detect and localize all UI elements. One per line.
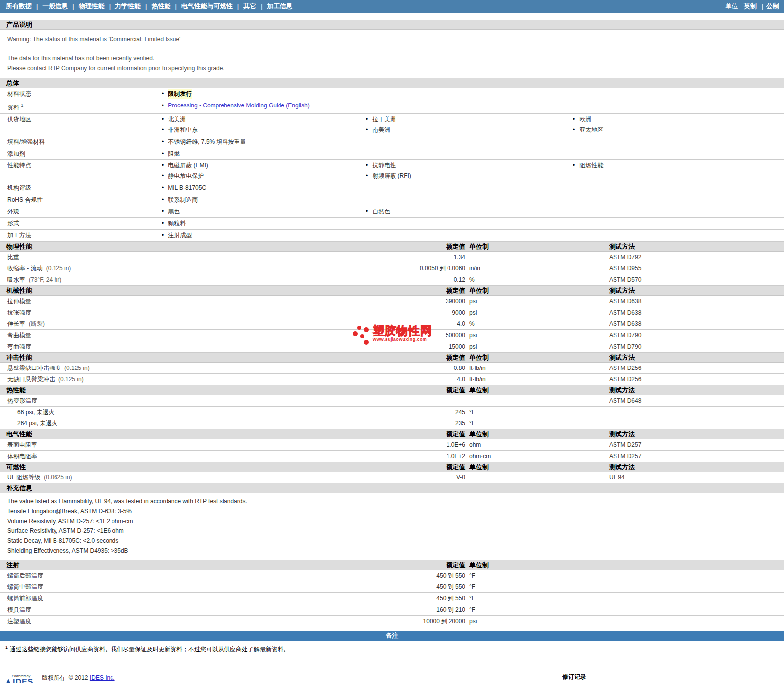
- bullet-item: •Processing - Comprehensive Molding Guid…: [155, 101, 359, 111]
- nav-separator: |: [237, 3, 239, 10]
- col-header-unit: 单位制: [465, 462, 609, 472]
- property-condition: (73°F, 24 hr): [29, 276, 61, 283]
- general-row: 材料状态•限制发行: [0, 88, 784, 100]
- general-row: 机构评级•MIL B-81705C: [0, 182, 784, 194]
- ides-inc-link[interactable]: IDES Inc.: [90, 674, 115, 681]
- property-label: 收缩率 - 流动(0.125 in): [0, 263, 392, 274]
- bullet-icon: •: [162, 125, 164, 135]
- test-method: [609, 418, 784, 429]
- bullet-icon: •: [366, 114, 368, 125]
- test-method: [609, 581, 784, 592]
- general-col: •拉丁美洲•南美洲: [359, 114, 566, 135]
- property-row: 悬壁梁缺口冲击强度(0.125 in)0.80ft·lb/inASTM D256: [0, 363, 784, 374]
- bullet-item: •北美洲: [155, 114, 359, 125]
- unit-english: 英制: [744, 2, 757, 10]
- bullet-icon: •: [162, 218, 164, 229]
- col-header-method: 测试方法: [609, 462, 784, 472]
- test-method: ASTM D256: [609, 363, 784, 373]
- section-header: 可燃性额定值单位制测试方法: [0, 462, 784, 472]
- nav-item[interactable]: 加工信息: [267, 2, 293, 11]
- nav-item[interactable]: 热性能: [151, 2, 170, 11]
- property-row: 伸长率(断裂)4.0%ASTM D638: [0, 318, 784, 330]
- property-row: 收缩率 - 流动(0.125 in)0.0050 到 0.0060in/inAS…: [0, 263, 784, 274]
- footnote: 1通过这些链接您能够访问供应商资料。我们尽量保证及时更新资料；不过您可以从供应商…: [0, 641, 784, 657]
- property-value: 0.80: [392, 363, 465, 373]
- property-label: 模具温度: [0, 604, 392, 615]
- general-col: •阻燃: [155, 149, 359, 159]
- property-value: 1.0E+6: [392, 439, 465, 450]
- nav-item[interactable]: 电气性能与可燃性: [181, 2, 233, 11]
- property-value: 15000: [392, 341, 465, 352]
- property-condition: (0.125 in): [58, 376, 84, 383]
- property-value: 1.34: [392, 252, 465, 263]
- top-navbar: 所有数据|一般信息|物理性能|力学性能|热性能|电气性能与可燃性|其它|加工信息…: [0, 0, 784, 13]
- section-header: 注射额定值单位制: [0, 560, 784, 570]
- property-unit: ohm·cm: [465, 451, 609, 462]
- nav-item[interactable]: 力学性能: [115, 2, 141, 11]
- bullet-text: 抗静电性: [372, 160, 396, 171]
- property-unit: °F: [465, 604, 609, 615]
- row-label: 资料 1: [0, 101, 155, 113]
- nav-item[interactable]: 所有数据: [6, 2, 32, 11]
- col-header-method: 测试方法: [609, 429, 784, 439]
- row-label: 加工方法: [0, 230, 155, 241]
- nav-menu: 所有数据|一般信息|物理性能|力学性能|热性能|电气性能与可燃性|其它|加工信息: [5, 2, 297, 11]
- nav-item[interactable]: 物理性能: [79, 2, 105, 11]
- nav-item[interactable]: 其它: [243, 2, 256, 11]
- row-label: 性能特点: [0, 160, 155, 181]
- general-col: •欧洲•亚太地区: [566, 114, 784, 135]
- bullet-item: •联系制造商: [155, 195, 359, 205]
- general-col: [566, 230, 784, 241]
- row-label: 形式: [0, 218, 155, 229]
- nav-separator: |: [36, 3, 38, 10]
- col-header-unit: 单位制: [465, 286, 609, 295]
- powered-by-label: Powered by: [5, 674, 38, 678]
- bullet-icon: •: [573, 114, 575, 125]
- general-col: •注射成型: [155, 230, 359, 241]
- section-header: 电气性能额定值单位制测试方法: [0, 429, 784, 439]
- general-row: 形式•颗粒料: [0, 218, 784, 230]
- general-col: [566, 207, 784, 217]
- property-label: 注塑温度: [0, 616, 392, 627]
- property-label: 拉伸模量: [0, 296, 392, 307]
- property-condition: (0.125 in): [46, 265, 71, 272]
- bullet-text: 不锈钢纤维, 7.5% 填料按重量: [168, 137, 246, 147]
- bullet-icon: •: [162, 114, 164, 125]
- warning-line: Please contact RTP Company for current i…: [7, 63, 784, 73]
- general-col: [566, 137, 784, 147]
- unit-metric-link[interactable]: 公制: [766, 2, 779, 10]
- property-unit: psi: [465, 616, 609, 627]
- supplemental-line: Shielding Effectiveness, ASTM D4935: >35…: [7, 546, 784, 556]
- bullet-text: 阻燃: [168, 149, 180, 159]
- bullet-item: •拉丁美洲: [359, 114, 566, 125]
- bullet-icon: •: [162, 137, 164, 147]
- revision-title: 修订记录: [562, 671, 648, 682]
- property-row: 热变形温度ASTM D648: [0, 395, 784, 407]
- property-label: 悬壁梁缺口冲击强度(0.125 in): [0, 363, 392, 373]
- property-unit: ft·lb/in: [465, 363, 609, 373]
- footnote-ref: 1: [21, 103, 23, 108]
- property-value: 9000: [392, 307, 465, 318]
- property-label: 比重: [0, 252, 392, 263]
- property-value: 450 到 550: [392, 581, 465, 592]
- property-value: 4.0: [392, 318, 465, 329]
- document-link[interactable]: Processing - Comprehensive Molding Guide…: [168, 101, 309, 111]
- property-value: 0.12: [392, 274, 465, 285]
- datasheet-body: 产品说明 Warning: The status of this materia…: [0, 20, 784, 668]
- nav-item[interactable]: 一般信息: [42, 2, 68, 11]
- section-general: 总体: [0, 78, 784, 88]
- property-label: 抗张强度: [0, 307, 392, 318]
- property-unit: [465, 472, 609, 483]
- general-col: •电磁屏蔽 (EMI)•静电放电保护: [155, 160, 359, 181]
- test-method: ASTM D638: [609, 318, 784, 329]
- property-label: 螺筒前部温度: [0, 593, 392, 604]
- property-row: 抗张强度9000psiASTM D638: [0, 307, 784, 318]
- bullet-icon: •: [162, 183, 164, 193]
- section-title: 补充信息: [0, 484, 32, 492]
- bullet-item: •颗粒料: [155, 218, 359, 229]
- bullet-item: •黑色: [155, 207, 359, 217]
- status-highlight: 限制发行: [168, 89, 192, 99]
- bullet-text: 自然色: [372, 207, 390, 217]
- test-method: ASTM D256: [609, 374, 784, 385]
- property-row: 螺筒后部温度450 到 550°F: [0, 570, 784, 581]
